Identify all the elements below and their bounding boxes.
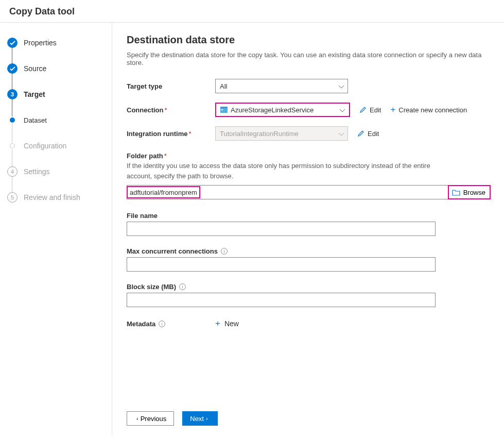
create-connection-button[interactable]: + Create new connection (390, 106, 467, 114)
chevron-down-icon (339, 81, 344, 91)
sidebar-substep-configuration[interactable]: Configuration (7, 139, 105, 153)
folder-path-label: Folder path* (127, 152, 491, 160)
button-label: Next (190, 415, 204, 423)
metadata-new-button[interactable]: + New (215, 320, 239, 328)
file-name-input[interactable] (127, 222, 436, 236)
step-label: Dataset (24, 116, 47, 124)
info-icon[interactable]: i (179, 283, 186, 290)
button-label: New (224, 320, 239, 328)
sidebar-step-settings[interactable]: 4 Settings (7, 165, 105, 178)
runtime-dropdown[interactable]: TutorialIntegrationRuntime (215, 126, 348, 141)
step-label: Source (24, 64, 46, 73)
folder-path-description: If the identity you use to access the da… (127, 161, 456, 181)
row-integration-runtime: Integration runtime* TutorialIntegration… (127, 125, 491, 142)
svg-rect-2 (221, 109, 223, 110)
page-title: Destination data store (127, 34, 491, 46)
step-label: Configuration (24, 142, 66, 150)
storage-icon (220, 107, 228, 113)
svg-rect-0 (220, 108, 228, 113)
check-icon (7, 63, 18, 74)
sidebar-step-properties[interactable]: Properties (7, 36, 105, 49)
step-label: Target (24, 90, 45, 98)
connection-dropdown[interactable]: AzureStorageLinkedService (215, 103, 350, 117)
sidebar-step-review[interactable]: 5 Review and finish (7, 191, 105, 204)
block-size-label: Block size (MB)i (127, 283, 491, 291)
runtime-label: Integration runtime* (127, 130, 215, 138)
chevron-left-icon: ‹ (136, 415, 138, 422)
step-number-icon: 3 (7, 89, 18, 99)
block-size-input[interactable] (127, 293, 436, 307)
footer-nav: ‹Previous Next› (127, 396, 491, 426)
edit-runtime-button[interactable]: Edit (357, 130, 379, 138)
max-connections-input[interactable] (127, 257, 436, 272)
button-label: Previous (141, 415, 167, 423)
sidebar-step-source[interactable]: Source (7, 62, 105, 75)
page-description: Specify the destination data store for t… (127, 51, 491, 66)
max-connections-label: Max concurrent connectionsi (127, 247, 491, 255)
info-icon[interactable]: i (221, 248, 228, 255)
sidebar-substep-dataset[interactable]: Dataset (7, 113, 105, 127)
dropdown-value: AzureStorageLinkedService (231, 106, 314, 114)
info-icon[interactable]: i (159, 321, 165, 327)
folder-path-input-extent[interactable] (200, 186, 448, 199)
link-label: Edit (370, 106, 381, 114)
step-label: Review and finish (24, 193, 80, 201)
previous-button[interactable]: ‹Previous (127, 411, 174, 426)
link-label: Edit (368, 130, 379, 138)
target-type-label: Target type (127, 82, 215, 90)
plus-icon: + (390, 106, 395, 113)
link-label: Create new connection (398, 106, 467, 114)
chevron-down-icon (339, 129, 344, 138)
substep-dot-icon (10, 143, 15, 148)
browse-button[interactable]: Browse (448, 185, 491, 199)
step-label: Settings (24, 167, 50, 176)
button-label: Browse (463, 189, 485, 196)
metadata-label: Metadatai (127, 320, 215, 328)
app-title: Copy Data tool (0, 0, 504, 22)
folder-path-input[interactable]: adftutorial/fromonprem (127, 186, 200, 198)
file-name-label: File name (127, 212, 491, 220)
row-target-type: Target type All (127, 78, 491, 94)
chevron-down-icon (340, 105, 345, 114)
step-number-icon: 4 (7, 166, 18, 177)
chevron-right-icon: › (206, 415, 208, 422)
sidebar-step-target[interactable]: 3 Target (7, 88, 105, 101)
substep-dot-icon (10, 117, 15, 123)
svg-rect-1 (220, 107, 228, 108)
dropdown-value: TutorialIntegrationRuntime (220, 130, 299, 138)
target-type-dropdown[interactable]: All (215, 79, 348, 93)
next-button[interactable]: Next› (182, 411, 217, 426)
edit-connection-button[interactable]: Edit (359, 106, 381, 114)
main-panel: Destination data store Specify the desti… (112, 23, 504, 435)
plus-icon: + (215, 320, 220, 327)
dropdown-value: All (220, 82, 227, 90)
folder-path-input-wrapper: adftutorial/fromonprem (127, 185, 448, 199)
step-number-icon: 5 (7, 192, 18, 203)
folder-icon (452, 189, 460, 196)
check-icon (7, 38, 18, 48)
pencil-icon (359, 106, 367, 113)
row-connection: Connection* AzureStorageLinkedService Ed… (127, 102, 491, 118)
pencil-icon (357, 130, 364, 137)
step-label: Properties (24, 39, 57, 47)
wizard-sidebar: Properties Source 3 Target Dataset (0, 23, 112, 435)
connection-label: Connection* (127, 106, 215, 114)
